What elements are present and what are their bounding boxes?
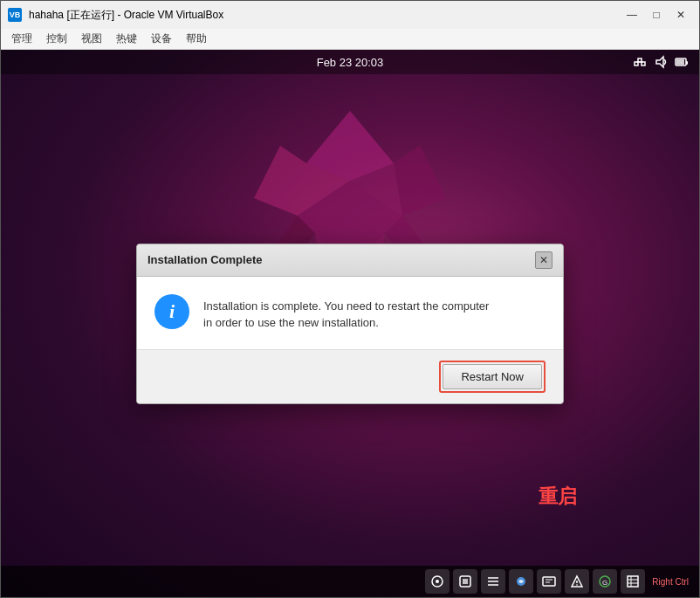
menu-view[interactable]: 视图 [74, 30, 109, 48]
menu-devices[interactable]: 设备 [144, 30, 179, 48]
dialog-overlay: Installation Complete ✕ i Installation i… [1, 50, 699, 597]
restart-button-wrapper: Restart Now [439, 361, 546, 393]
dialog-footer: Restart Now [137, 349, 563, 403]
virtualbox-window: VB hahaha [正在运行] - Oracle VM VirtualBox … [0, 0, 700, 598]
close-button[interactable]: ✕ [669, 6, 692, 24]
menu-manage[interactable]: 管理 [4, 30, 39, 48]
vm-screen: Feb 23 20:03 [1, 50, 699, 597]
dialog-message: Installation is complete. You need to re… [203, 294, 489, 332]
minimize-button[interactable]: — [621, 6, 643, 24]
maximize-button[interactable]: □ [645, 6, 668, 24]
window-controls: — □ ✕ [621, 6, 692, 24]
app-icon: VB [8, 8, 22, 22]
installation-complete-dialog: Installation Complete ✕ i Installation i… [136, 244, 564, 404]
dialog-title: Installation Complete [148, 253, 262, 266]
restart-now-button[interactable]: Restart Now [443, 364, 542, 389]
menu-hotkeys[interactable]: 热键 [109, 30, 144, 48]
menu-bar: 管理 控制 视图 热键 设备 帮助 [1, 29, 699, 50]
title-bar: VB hahaha [正在运行] - Oracle VM VirtualBox … [1, 1, 699, 29]
menu-help[interactable]: 帮助 [179, 30, 214, 48]
info-icon: i [154, 294, 189, 329]
dialog-body: i Installation is complete. You need to … [137, 277, 563, 349]
dialog-header: Installation Complete ✕ [137, 244, 563, 277]
menu-control[interactable]: 控制 [39, 30, 74, 48]
window-title: hahaha [正在运行] - Oracle VM VirtualBox [29, 8, 614, 23]
dialog-close-button[interactable]: ✕ [535, 251, 552, 269]
